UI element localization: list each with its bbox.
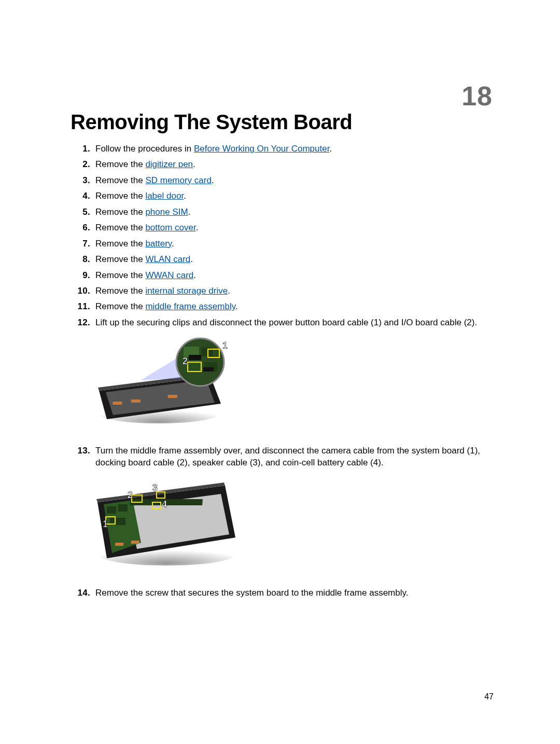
step-number: 9. <box>73 270 95 282</box>
step-9: 9. Remove the WWAN card. <box>73 270 493 282</box>
step-text-post: . <box>188 207 191 217</box>
svg-rect-15 <box>203 367 214 371</box>
page-title: Removing The System Board <box>71 111 352 134</box>
link-sd-memory-card[interactable]: SD memory card <box>145 175 212 185</box>
link-phone-sim[interactable]: phone SIM <box>145 207 188 217</box>
step-body: Remove the WWAN card. <box>95 270 493 282</box>
step-number: 6. <box>73 222 95 234</box>
step-text-post: . <box>184 191 186 201</box>
svg-rect-23 <box>107 506 116 514</box>
svg-rect-27 <box>115 543 124 546</box>
step-1: 1. Follow the procedures in Before Worki… <box>73 143 493 155</box>
step-14: 14. Remove the screw that secures the sy… <box>73 587 493 599</box>
link-middle-frame-assembly[interactable]: middle frame assembly <box>145 301 235 311</box>
step-5: 5. Remove the phone SIM. <box>73 206 493 218</box>
step-text-pre: Remove the <box>95 254 145 264</box>
step-number: 3. <box>73 175 95 187</box>
svg-rect-28 <box>131 541 139 544</box>
svg-rect-5 <box>131 399 141 403</box>
page-number: 47 <box>484 692 494 701</box>
step-body: Remove the label door. <box>95 190 493 202</box>
system-board-figure-1: 1 2 <box>91 336 236 428</box>
link-wwan-card[interactable]: WWAN card <box>145 270 193 280</box>
step-body: Remove the middle frame assembly. <box>95 301 493 313</box>
step-text-pre: Remove the <box>95 207 145 217</box>
chapter-number: 18 <box>461 80 493 112</box>
step-body: Lift up the securing clips and disconnec… <box>95 317 493 329</box>
step-body: Remove the digitizer pen. <box>95 159 493 171</box>
link-internal-storage-drive[interactable]: internal storage drive <box>145 286 228 296</box>
step-text-post: . <box>212 175 214 185</box>
step-2: 2. Remove the digitizer pen. <box>73 159 493 171</box>
step-number: 1. <box>73 143 95 155</box>
svg-rect-24 <box>118 504 128 512</box>
svg-rect-6 <box>167 395 177 398</box>
callout-3: 3 <box>152 483 158 493</box>
step-number: 2. <box>73 159 95 171</box>
procedure-steps: 1. Follow the procedures in Before Worki… <box>73 143 493 603</box>
link-label-door[interactable]: label door <box>145 191 184 201</box>
step-number: 8. <box>73 254 95 266</box>
step-13: 13. Turn the middle frame assembly over,… <box>73 445 493 469</box>
step-10: 10. Remove the internal storage drive. <box>73 285 493 297</box>
step-body: Remove the internal storage drive. <box>95 285 493 297</box>
link-before-working[interactable]: Before Working On Your Computer <box>194 144 329 154</box>
step-7: 7. Remove the battery. <box>73 238 493 250</box>
step-text-pre: Follow the procedures in <box>95 144 194 154</box>
step-text-post: . <box>172 239 174 249</box>
callout-1: 1 <box>103 519 108 529</box>
callout-2: 2 <box>128 490 133 500</box>
callout-1: 1 <box>222 340 228 351</box>
step-text-pre: Remove the <box>95 239 145 249</box>
step-number: 14. <box>73 587 95 599</box>
step-text-post: . <box>193 270 196 280</box>
step-8: 8. Remove the WLAN card. <box>73 254 493 266</box>
step-body: Remove the SD memory card. <box>95 175 493 187</box>
step-3: 3. Remove the SD memory card. <box>73 175 493 187</box>
step-text-post: . <box>228 286 230 296</box>
step-4: 4. Remove the label door. <box>73 190 493 202</box>
step-text-pre: Remove the <box>95 286 145 296</box>
step-text-pre: Remove the <box>95 301 145 311</box>
link-battery[interactable]: battery <box>145 239 172 249</box>
step-number: 7. <box>73 238 95 250</box>
step-body: Remove the phone SIM. <box>95 206 493 218</box>
figure-step-13: 1 2 3 4 <box>91 476 493 570</box>
step-body: Follow the procedures in Before Working … <box>95 143 493 155</box>
step-body: Turn the middle frame assembly over, and… <box>95 445 493 469</box>
link-digitizer-pen[interactable]: digitizer pen <box>145 159 193 169</box>
step-text-pre: Remove the <box>95 223 145 232</box>
step-text-post: . <box>190 254 193 264</box>
step-number: 10. <box>73 285 95 297</box>
step-number: 4. <box>73 190 95 202</box>
callout-2: 2 <box>183 356 188 366</box>
step-text-pre: Remove the <box>95 270 145 280</box>
step-number: 11. <box>73 301 95 313</box>
step-12: 12. Lift up the securing clips and disco… <box>73 317 493 329</box>
step-number: 12. <box>73 317 95 329</box>
system-board-figure-2: 1 2 3 4 <box>91 476 242 570</box>
step-body: Remove the bottom cover. <box>95 222 493 234</box>
link-bottom-cover[interactable]: bottom cover <box>145 223 195 232</box>
step-text-pre: Remove the <box>95 191 145 201</box>
step-text-post: . <box>329 144 332 154</box>
step-text-post: . <box>193 159 195 169</box>
step-number: 13. <box>73 445 95 469</box>
step-text-post: . <box>196 223 199 232</box>
step-body: Remove the WLAN card. <box>95 254 493 266</box>
link-wlan-card[interactable]: WLAN card <box>145 254 190 264</box>
step-6: 6. Remove the bottom cover. <box>73 222 493 234</box>
step-body: Remove the screw that secures the system… <box>95 587 493 599</box>
figure-step-12: 1 2 <box>91 336 493 428</box>
step-body: Remove the battery. <box>95 238 493 250</box>
step-11: 11. Remove the middle frame assembly. <box>73 301 493 313</box>
step-number: 5. <box>73 206 95 218</box>
callout-4: 4 <box>162 499 167 509</box>
step-text-pre: Remove the <box>95 175 145 185</box>
svg-rect-14 <box>189 355 201 360</box>
step-text-post: . <box>235 301 238 311</box>
step-text-pre: Remove the <box>95 159 145 169</box>
svg-rect-4 <box>113 402 122 405</box>
manual-page: 18 Removing The System Board 1. Follow t… <box>0 0 560 744</box>
